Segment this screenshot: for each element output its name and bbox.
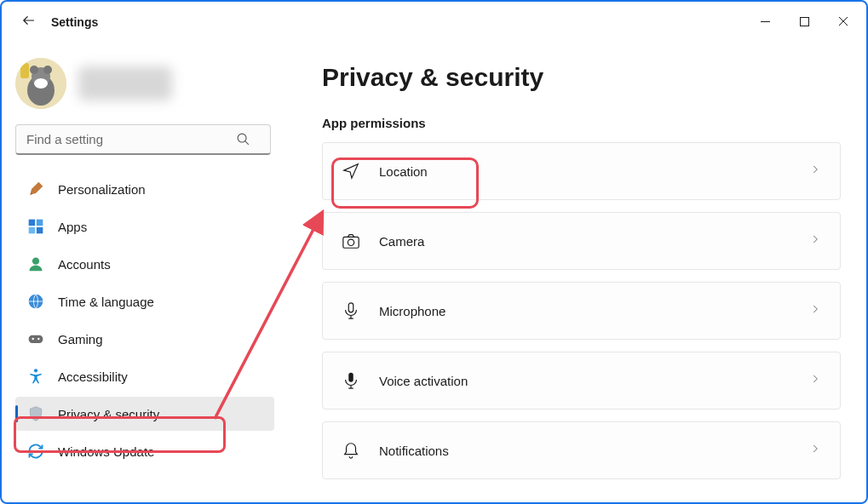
chevron-right-icon	[809, 233, 821, 249]
svg-point-5	[43, 66, 52, 74]
back-button[interactable]	[14, 9, 41, 36]
svg-rect-0	[800, 18, 808, 26]
camera-icon	[342, 232, 360, 250]
sidebar-item-label: Apps	[58, 220, 87, 234]
settings-window: Settings	[0, 0, 868, 504]
svg-rect-22	[348, 373, 354, 382]
svg-rect-19	[343, 237, 359, 248]
sidebar-item-privacy-security[interactable]: Privacy & security	[15, 397, 274, 431]
sidebar: Personalization Apps Accounts	[2, 43, 285, 502]
maximize-button[interactable]	[785, 7, 824, 37]
svg-rect-9	[29, 220, 36, 226]
sidebar-item-label: Accounts	[58, 257, 111, 272]
chevron-right-icon	[809, 303, 821, 318]
card-camera[interactable]: Camera	[322, 212, 841, 270]
svg-point-20	[348, 239, 354, 245]
chevron-right-icon	[809, 373, 821, 388]
sidebar-item-label: Privacy & security	[58, 407, 159, 421]
card-label: Camera	[379, 234, 424, 249]
close-icon	[838, 14, 848, 30]
page-title: Privacy & security	[322, 63, 841, 92]
svg-rect-7	[20, 63, 29, 78]
personalization-icon	[27, 180, 44, 198]
sidebar-item-label: Accessibility	[58, 369, 128, 384]
main-panel: Privacy & security App permissions Locat…	[285, 43, 866, 502]
chevron-right-icon	[809, 443, 821, 458]
sidebar-item-accessibility[interactable]: Accessibility	[15, 359, 274, 393]
sidebar-item-accounts[interactable]: Accounts	[15, 247, 274, 281]
accounts-icon	[27, 255, 44, 272]
sidebar-item-apps[interactable]: Apps	[15, 209, 274, 243]
location-icon	[342, 162, 360, 180]
close-button[interactable]	[824, 7, 863, 37]
search-container	[15, 124, 271, 155]
sidebar-item-label: Windows Update	[58, 444, 154, 459]
svg-rect-15	[29, 335, 43, 343]
microphone-icon	[342, 301, 360, 320]
sidebar-item-label: Time & language	[58, 295, 154, 309]
avatar	[15, 58, 66, 109]
card-microphone[interactable]: Microphone	[322, 282, 841, 340]
svg-point-13	[32, 258, 39, 265]
svg-rect-11	[29, 227, 36, 234]
voice-activation-icon	[342, 371, 360, 390]
maximize-icon	[800, 14, 809, 30]
apps-icon	[27, 218, 44, 235]
card-label: Microphone	[379, 304, 445, 318]
section-title: App permissions	[322, 116, 841, 130]
card-location[interactable]: Location	[322, 142, 841, 200]
card-label: Notifications	[379, 444, 449, 458]
arrow-left-icon	[18, 13, 37, 32]
sidebar-item-time-language[interactable]: Time & language	[15, 284, 274, 318]
gaming-icon	[27, 330, 44, 347]
sidebar-item-windows-update[interactable]: Windows Update	[15, 434, 274, 468]
svg-point-18	[34, 369, 37, 372]
sidebar-item-personalization[interactable]: Personalization	[15, 172, 274, 206]
accessibility-icon	[27, 368, 44, 385]
card-label: Voice activation	[379, 374, 468, 388]
svg-point-6	[34, 78, 48, 89]
card-notifications[interactable]: Notifications	[322, 421, 841, 479]
content-area: Personalization Apps Accounts	[2, 43, 866, 502]
windows-update-icon	[27, 443, 44, 460]
card-label: Location	[379, 164, 428, 179]
svg-rect-12	[37, 227, 43, 234]
chevron-right-icon	[809, 163, 821, 179]
svg-rect-10	[37, 220, 43, 226]
minimize-icon	[761, 14, 770, 30]
svg-point-16	[32, 338, 34, 341]
titlebar: Settings	[2, 2, 866, 43]
privacy-security-icon	[27, 405, 44, 422]
user-name-blurred	[78, 66, 172, 100]
svg-point-4	[30, 66, 38, 74]
sidebar-item-label: Personalization	[58, 182, 146, 197]
svg-rect-21	[348, 303, 354, 312]
notifications-icon	[342, 441, 360, 460]
time-language-icon	[27, 293, 44, 310]
minimize-button[interactable]	[745, 7, 785, 37]
svg-point-17	[37, 338, 40, 341]
search-input[interactable]	[15, 124, 271, 155]
card-voice-activation[interactable]: Voice activation	[322, 352, 841, 410]
user-profile[interactable]	[15, 53, 274, 114]
sidebar-nav: Personalization Apps Accounts	[15, 169, 274, 502]
sidebar-item-gaming[interactable]: Gaming	[15, 322, 274, 356]
window-controls	[745, 7, 863, 37]
window-title: Settings	[51, 15, 98, 29]
sidebar-item-label: Gaming	[58, 332, 103, 346]
